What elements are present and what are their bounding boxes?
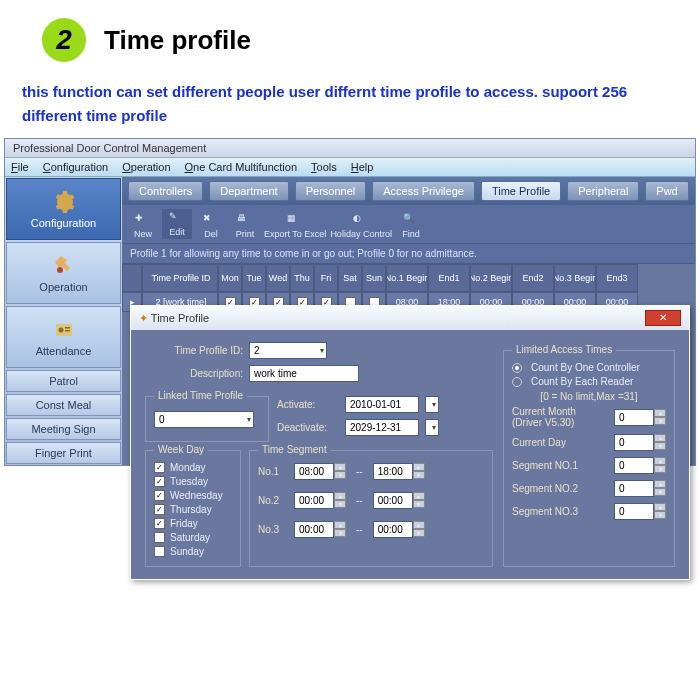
tab-access-privilege[interactable]: Access Privilege: [372, 181, 475, 201]
sidebar-const-meal[interactable]: Const Meal: [6, 394, 121, 416]
count-each-radio[interactable]: Count By Each Reader: [512, 376, 666, 387]
deactivate-input[interactable]: [345, 419, 419, 436]
col-header: No.1 Begin: [386, 264, 428, 292]
dialog-title-bar: ✦ Time Profile ✕: [131, 306, 689, 330]
tool-new[interactable]: ✚New: [128, 213, 158, 239]
activate-input[interactable]: [345, 396, 419, 413]
weekday-wednesday[interactable]: ✓Wednesday: [154, 490, 232, 501]
tool-export-to-excel[interactable]: ▦Export To Excel: [264, 213, 326, 239]
seg3-input[interactable]: ▴▾: [614, 503, 666, 520]
page-header: 2 Time profile: [0, 0, 700, 62]
tool-find[interactable]: 🔍Find: [396, 213, 426, 239]
col-header: Fri: [314, 264, 338, 292]
col-header: End3: [596, 264, 638, 292]
current-day-input[interactable]: ▴▾: [614, 434, 666, 451]
new-icon: ✚: [135, 213, 151, 227]
col-header: End2: [512, 264, 554, 292]
col-header: Thu: [290, 264, 314, 292]
tool-print[interactable]: 🖶Print: [230, 213, 260, 239]
weekday-monday[interactable]: ✓Monday: [154, 462, 232, 473]
weekday-legend: Week Day: [154, 444, 208, 455]
svg-rect-3: [65, 327, 70, 329]
col-header: Time Profile ID: [142, 264, 218, 292]
col-header: No.2 Begin: [470, 264, 512, 292]
tool-del[interactable]: ✖Del: [196, 213, 226, 239]
segment-legend: Time Segment: [258, 444, 331, 455]
menu-tools[interactable]: Tools: [311, 161, 337, 173]
col-header: [122, 264, 142, 292]
seg1-begin[interactable]: ▴▾: [294, 463, 346, 480]
seg-label: No.3: [258, 524, 288, 535]
seg1-end[interactable]: ▴▾: [373, 463, 425, 480]
page-title: Time profile: [104, 25, 251, 56]
tab-controllers[interactable]: Controllers: [128, 181, 203, 201]
col-header: Mon: [218, 264, 242, 292]
dialog-title: ✦ Time Profile: [139, 312, 209, 325]
content-area: ControllersDepartmentPersonnelAccess Pri…: [122, 177, 695, 465]
menu-one-card-multifunction[interactable]: One Card Multifunction: [185, 161, 298, 173]
seg2-input[interactable]: ▴▾: [614, 480, 666, 497]
holiday-control-icon: ◐: [353, 213, 369, 227]
seg3-end[interactable]: ▴▾: [373, 521, 425, 538]
operation-icon: [49, 253, 79, 279]
info-strip: Profile 1 for allowing any time to come …: [122, 243, 695, 264]
menu-operation[interactable]: Operation: [122, 161, 170, 173]
menu-file[interactable]: File: [11, 161, 29, 173]
sidebar-operation[interactable]: Operation: [6, 242, 121, 304]
export-to-excel-icon: ▦: [287, 213, 303, 227]
seg-label: No.2: [258, 495, 288, 506]
count-one-radio[interactable]: Count By One Controller: [512, 362, 666, 373]
deactivate-picker[interactable]: [425, 419, 439, 436]
deactivate-label: Deactivate:: [277, 422, 339, 433]
menu-configuration[interactable]: Configuration: [43, 161, 108, 173]
toolbar: ✚New✎Edit✖Del🖶Print▦Export To Excel◐Holi…: [122, 205, 695, 243]
menu-help[interactable]: Help: [351, 161, 374, 173]
sidebar-attendance[interactable]: Attendance: [6, 306, 121, 368]
tab-department[interactable]: Department: [209, 181, 288, 201]
sidebar-meeting-sign[interactable]: Meeting Sign: [6, 418, 121, 440]
activate-picker[interactable]: [425, 396, 439, 413]
weekday-tuesday[interactable]: ✓Tuesday: [154, 476, 232, 487]
seg2-begin[interactable]: ▴▾: [294, 492, 346, 509]
time-profile-dialog: ✦ Time Profile ✕ Time Profile ID: 2 Desc…: [130, 305, 690, 580]
current-day-label: Current Day: [512, 437, 608, 448]
tab-strip: ControllersDepartmentPersonnelAccess Pri…: [122, 177, 695, 205]
col-header: Sun: [362, 264, 386, 292]
tab-personnel[interactable]: Personnel: [295, 181, 367, 201]
limit-hint: [0 = No limit,Max =31]: [512, 391, 666, 402]
svg-rect-4: [65, 330, 70, 332]
weekday-saturday[interactable]: Saturday: [154, 532, 232, 543]
tab-pwd[interactable]: Pwd: [645, 181, 688, 201]
app-window: Professional Door Control Management Fil…: [4, 138, 696, 466]
weekday-thursday[interactable]: ✓Thursday: [154, 504, 232, 515]
col-header: Sat: [338, 264, 362, 292]
tool-edit[interactable]: ✎Edit: [162, 209, 192, 239]
close-button[interactable]: ✕: [645, 310, 681, 326]
page-description: this function can set different people u…: [0, 62, 700, 138]
weekday-friday[interactable]: ✓Friday: [154, 518, 232, 529]
seg1-input[interactable]: ▴▾: [614, 457, 666, 474]
tab-peripheral[interactable]: Peripheral: [567, 181, 639, 201]
seg3-begin[interactable]: ▴▾: [294, 521, 346, 538]
seg2-label: Segment NO.2: [512, 483, 608, 494]
seg1-label: Segment NO.1: [512, 460, 608, 471]
weekday-sunday[interactable]: Sunday: [154, 546, 232, 557]
sidebar-configuration[interactable]: Configuration: [6, 178, 121, 240]
sidebar-patrol[interactable]: Patrol: [6, 370, 121, 392]
tab-time-profile[interactable]: Time Profile: [481, 181, 561, 201]
window-title-bar: Professional Door Control Management: [5, 139, 695, 158]
profile-id-select[interactable]: 2: [249, 342, 327, 359]
col-header: Wed: [266, 264, 290, 292]
description-input[interactable]: [249, 365, 359, 382]
seg2-end[interactable]: ▴▾: [373, 492, 425, 509]
tool-holiday-control[interactable]: ◐Holiday Control: [330, 213, 392, 239]
col-header: Tue: [242, 264, 266, 292]
attendance-icon: [49, 317, 79, 343]
sidebar-finger-print[interactable]: Finger Print: [6, 442, 121, 464]
col-header: End1: [428, 264, 470, 292]
profile-id-label: Time Profile ID:: [145, 345, 243, 356]
find-icon: 🔍: [403, 213, 419, 227]
svg-point-0: [57, 267, 63, 273]
current-month-input[interactable]: ▴▾: [614, 409, 666, 426]
linked-profile-select[interactable]: 0: [154, 411, 254, 428]
